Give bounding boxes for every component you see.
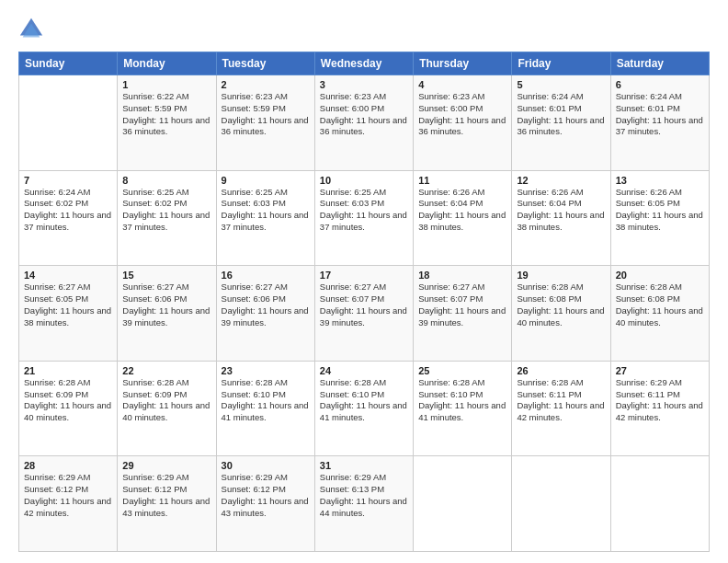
day-number: 30	[222, 460, 310, 471]
day-number: 17	[320, 270, 408, 281]
day-detail: Sunrise: 6:28 AMSunset: 6:09 PMDaylight:…	[122, 377, 210, 424]
calendar-day-cell: 15Sunrise: 6:27 AMSunset: 6:06 PMDayligh…	[118, 266, 216, 362]
calendar-day-cell: 31Sunrise: 6:29 AMSunset: 6:13 PMDayligh…	[314, 456, 413, 552]
day-detail: Sunrise: 6:27 AMSunset: 6:06 PMDaylight:…	[222, 282, 310, 328]
calendar-day-cell: 14Sunrise: 6:27 AMSunset: 6:05 PMDayligh…	[19, 266, 118, 362]
calendar-day-cell: 24Sunrise: 6:28 AMSunset: 6:10 PMDayligh…	[314, 361, 413, 456]
calendar-week-row: 21Sunrise: 6:28 AMSunset: 6:09 PMDayligh…	[19, 361, 710, 456]
weekday-header-row: SundayMondayTuesdayWednesdayThursdayFrid…	[19, 52, 710, 75]
calendar-day-cell: 7Sunrise: 6:24 AMSunset: 6:02 PMDaylight…	[19, 170, 118, 266]
day-detail: Sunrise: 6:27 AMSunset: 6:06 PMDaylight:…	[122, 282, 210, 328]
calendar-day-cell: 13Sunrise: 6:26 AMSunset: 6:05 PMDayligh…	[610, 170, 709, 266]
day-number: 20	[616, 270, 704, 281]
day-detail: Sunrise: 6:29 AMSunset: 6:12 PMDaylight:…	[24, 472, 112, 519]
weekday-header-cell: Monday	[118, 52, 216, 75]
day-detail: Sunrise: 6:28 AMSunset: 6:09 PMDaylight:…	[24, 377, 112, 424]
calendar-day-cell: 21Sunrise: 6:28 AMSunset: 6:09 PMDayligh…	[19, 361, 118, 456]
calendar-day-cell: 16Sunrise: 6:27 AMSunset: 6:06 PMDayligh…	[216, 266, 314, 362]
calendar-day-cell: 8Sunrise: 6:25 AMSunset: 6:02 PMDaylight…	[118, 170, 216, 266]
day-number: 21	[24, 365, 112, 376]
calendar-day-cell: 22Sunrise: 6:28 AMSunset: 6:09 PMDayligh…	[118, 361, 216, 456]
calendar-day-cell: 4Sunrise: 6:23 AMSunset: 6:00 PMDaylight…	[414, 75, 512, 171]
day-detail: Sunrise: 6:25 AMSunset: 6:03 PMDaylight:…	[222, 187, 310, 234]
day-number: 11	[418, 175, 506, 186]
calendar-day-cell: 12Sunrise: 6:26 AMSunset: 6:04 PMDayligh…	[512, 170, 610, 266]
day-number: 4	[418, 79, 506, 90]
day-number: 1	[122, 79, 210, 90]
calendar-day-cell: 10Sunrise: 6:25 AMSunset: 6:03 PMDayligh…	[314, 170, 413, 266]
day-number: 19	[517, 270, 605, 281]
calendar-day-cell: 2Sunrise: 6:23 AMSunset: 5:59 PMDaylight…	[216, 75, 314, 171]
calendar-day-cell: 3Sunrise: 6:23 AMSunset: 6:00 PMDaylight…	[314, 75, 413, 171]
calendar-day-cell: 5Sunrise: 6:24 AMSunset: 6:01 PMDaylight…	[512, 75, 610, 171]
day-number: 24	[320, 365, 408, 376]
calendar-day-cell	[512, 456, 610, 552]
day-detail: Sunrise: 6:26 AMSunset: 6:05 PMDaylight:…	[616, 187, 704, 234]
calendar-day-cell: 1Sunrise: 6:22 AMSunset: 5:59 PMDaylight…	[118, 75, 216, 171]
day-number: 18	[418, 270, 506, 281]
calendar-week-row: 28Sunrise: 6:29 AMSunset: 6:12 PMDayligh…	[19, 456, 710, 552]
calendar-day-cell	[414, 456, 512, 552]
calendar-day-cell	[610, 456, 709, 552]
weekday-header-cell: Thursday	[414, 52, 512, 75]
calendar-day-cell	[19, 75, 118, 171]
day-detail: Sunrise: 6:27 AMSunset: 6:05 PMDaylight:…	[24, 282, 112, 328]
day-number: 10	[320, 175, 408, 186]
day-detail: Sunrise: 6:28 AMSunset: 6:11 PMDaylight:…	[517, 377, 605, 424]
weekday-header-cell: Friday	[512, 52, 610, 75]
header	[18, 17, 710, 42]
day-number: 28	[24, 460, 112, 471]
day-number: 7	[24, 175, 112, 186]
day-detail: Sunrise: 6:24 AMSunset: 6:01 PMDaylight:…	[616, 91, 704, 138]
page: SundayMondayTuesdayWednesdayThursdayFrid…	[0, 0, 728, 563]
day-number: 9	[222, 175, 310, 186]
day-detail: Sunrise: 6:25 AMSunset: 6:03 PMDaylight:…	[320, 187, 408, 234]
calendar-week-row: 7Sunrise: 6:24 AMSunset: 6:02 PMDaylight…	[19, 170, 710, 266]
day-number: 22	[122, 365, 210, 376]
calendar-day-cell: 18Sunrise: 6:27 AMSunset: 6:07 PMDayligh…	[414, 266, 512, 362]
day-detail: Sunrise: 6:29 AMSunset: 6:12 PMDaylight:…	[222, 472, 310, 519]
day-detail: Sunrise: 6:28 AMSunset: 6:10 PMDaylight:…	[222, 377, 310, 424]
day-number: 6	[616, 79, 704, 90]
calendar-week-row: 1Sunrise: 6:22 AMSunset: 5:59 PMDaylight…	[19, 75, 710, 171]
day-number: 2	[222, 79, 310, 90]
day-detail: Sunrise: 6:28 AMSunset: 6:10 PMDaylight:…	[418, 377, 506, 424]
day-number: 25	[418, 365, 506, 376]
day-number: 31	[320, 460, 408, 471]
calendar-table: SundayMondayTuesdayWednesdayThursdayFrid…	[18, 52, 710, 552]
day-number: 5	[517, 79, 605, 90]
day-detail: Sunrise: 6:25 AMSunset: 6:02 PMDaylight:…	[122, 187, 210, 234]
weekday-header-cell: Sunday	[19, 52, 118, 75]
day-detail: Sunrise: 6:28 AMSunset: 6:08 PMDaylight:…	[616, 282, 704, 328]
day-detail: Sunrise: 6:23 AMSunset: 6:00 PMDaylight:…	[418, 91, 506, 138]
day-detail: Sunrise: 6:29 AMSunset: 6:12 PMDaylight:…	[122, 472, 210, 519]
calendar-body: 1Sunrise: 6:22 AMSunset: 5:59 PMDaylight…	[19, 75, 710, 552]
day-number: 8	[122, 175, 210, 186]
day-detail: Sunrise: 6:28 AMSunset: 6:10 PMDaylight:…	[320, 377, 408, 424]
day-number: 29	[122, 460, 210, 471]
day-detail: Sunrise: 6:29 AMSunset: 6:13 PMDaylight:…	[320, 472, 408, 519]
day-number: 16	[222, 270, 310, 281]
day-detail: Sunrise: 6:24 AMSunset: 6:02 PMDaylight:…	[24, 187, 112, 234]
weekday-header-cell: Wednesday	[314, 52, 413, 75]
day-number: 13	[616, 175, 704, 186]
calendar-day-cell: 17Sunrise: 6:27 AMSunset: 6:07 PMDayligh…	[314, 266, 413, 362]
day-detail: Sunrise: 6:23 AMSunset: 6:00 PMDaylight:…	[320, 91, 408, 138]
day-number: 23	[222, 365, 310, 376]
day-detail: Sunrise: 6:29 AMSunset: 6:11 PMDaylight:…	[616, 377, 704, 424]
day-number: 3	[320, 79, 408, 90]
weekday-header-cell: Saturday	[610, 52, 709, 75]
calendar-day-cell: 27Sunrise: 6:29 AMSunset: 6:11 PMDayligh…	[610, 361, 709, 456]
day-number: 14	[24, 270, 112, 281]
day-detail: Sunrise: 6:26 AMSunset: 6:04 PMDaylight:…	[517, 187, 605, 234]
day-detail: Sunrise: 6:23 AMSunset: 5:59 PMDaylight:…	[222, 91, 310, 138]
weekday-header-cell: Tuesday	[216, 52, 314, 75]
day-number: 12	[517, 175, 605, 186]
calendar-week-row: 14Sunrise: 6:27 AMSunset: 6:05 PMDayligh…	[19, 266, 710, 362]
day-detail: Sunrise: 6:27 AMSunset: 6:07 PMDaylight:…	[320, 282, 408, 328]
calendar-day-cell: 11Sunrise: 6:26 AMSunset: 6:04 PMDayligh…	[414, 170, 512, 266]
day-detail: Sunrise: 6:27 AMSunset: 6:07 PMDaylight:…	[418, 282, 506, 328]
calendar-day-cell: 9Sunrise: 6:25 AMSunset: 6:03 PMDaylight…	[216, 170, 314, 266]
day-detail: Sunrise: 6:26 AMSunset: 6:04 PMDaylight:…	[418, 187, 506, 234]
calendar-day-cell: 29Sunrise: 6:29 AMSunset: 6:12 PMDayligh…	[118, 456, 216, 552]
